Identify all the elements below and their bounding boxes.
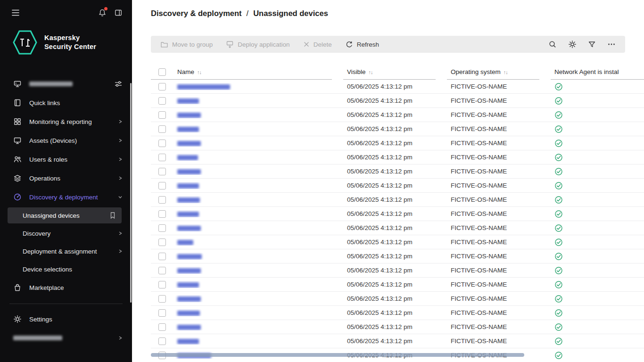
table-row[interactable]: 05/06/2025 4:13:12 pm FICTIVE-OS-NAME <box>151 235 644 249</box>
device-name-link[interactable] <box>177 254 202 259</box>
device-name-link[interactable] <box>177 155 198 160</box>
table-row[interactable]: 05/06/2025 4:13:12 pm FICTIVE-OS-NAME <box>151 136 644 150</box>
device-name-link[interactable] <box>177 212 199 217</box>
move-to-group-button[interactable]: Move to group <box>154 36 219 53</box>
app-title: Kaspersky Security Center <box>44 33 96 51</box>
bookmark-icon[interactable] <box>109 212 116 219</box>
agent-cell <box>551 295 644 303</box>
row-checkbox[interactable] <box>158 168 166 175</box>
select-all-checkbox[interactable] <box>158 68 166 76</box>
sidebar-item-quick-links[interactable]: Quick links <box>0 93 132 112</box>
table-row[interactable]: 05/06/2025 4:13:12 pm FICTIVE-OS-NAME <box>151 80 644 94</box>
device-name-link[interactable] <box>177 127 199 132</box>
sidebar-item-assets-devices[interactable]: Assets (Devices) <box>0 131 132 150</box>
column-header-operating-system[interactable]: Operating system ↑↓ <box>447 65 539 80</box>
table-settings-button[interactable] <box>568 40 577 49</box>
device-name-link[interactable] <box>177 99 199 104</box>
server-settings-icon[interactable] <box>114 80 123 88</box>
table-row[interactable]: 05/06/2025 4:13:12 pm FICTIVE-OS-NAME <box>151 122 644 136</box>
table-row[interactable]: 05/06/2025 4:13:12 pm FICTIVE-OS-NAME <box>151 179 644 193</box>
row-checkbox[interactable] <box>158 196 166 204</box>
row-checkbox[interactable] <box>158 295 166 303</box>
table-row[interactable]: 05/06/2025 4:13:12 pm FICTIVE-OS-NAME <box>151 263 644 278</box>
row-checkbox[interactable] <box>158 239 166 246</box>
device-name-link[interactable] <box>177 141 201 146</box>
hamburger-menu-button[interactable] <box>11 9 20 16</box>
search-button[interactable] <box>548 40 557 49</box>
row-checkbox[interactable] <box>158 281 166 288</box>
os-cell: FICTIVE-OS-NAME <box>447 224 551 231</box>
device-name-link[interactable] <box>177 183 199 189</box>
side-panel-button[interactable] <box>114 8 123 17</box>
column-header-network-agent[interactable]: Network Agent is instal <box>551 65 644 80</box>
device-name-link[interactable] <box>177 84 230 90</box>
sidebar-item-monitoring-reporting[interactable]: Monitoring & reporting <box>0 112 132 131</box>
row-checkbox[interactable] <box>158 97 166 105</box>
table-row[interactable]: 05/06/2025 4:13:12 pm FICTIVE-OS-NAME <box>151 150 644 165</box>
refresh-button[interactable]: Refresh <box>339 36 386 53</box>
sidebar-subitem-discovery[interactable]: Discovery <box>0 224 132 242</box>
device-name-link[interactable] <box>177 282 199 288</box>
row-checkbox[interactable] <box>158 154 166 161</box>
device-name-link[interactable] <box>177 325 201 330</box>
delete-button[interactable]: Delete <box>297 36 339 53</box>
filter-button[interactable] <box>588 41 596 49</box>
notifications-button[interactable] <box>98 8 107 17</box>
row-checkbox[interactable] <box>158 140 166 147</box>
table-row[interactable]: 05/06/2025 4:13:12 pm FICTIVE-OS-NAME <box>151 94 644 108</box>
row-checkbox[interactable] <box>158 125 166 133</box>
more-options-button[interactable] <box>607 40 616 49</box>
sidebar-item-operations[interactable]: Operations <box>0 169 132 188</box>
column-header-name[interactable]: Name ↑↓ <box>173 65 332 80</box>
breadcrumb-parent[interactable]: Discovery & deployment <box>151 9 242 18</box>
row-checkbox[interactable] <box>158 182 166 189</box>
row-checkbox-cell <box>151 239 173 246</box>
sort-icon[interactable]: ↑↓ <box>504 69 508 75</box>
table-row[interactable]: 05/06/2025 4:13:12 pm FICTIVE-OS-NAME <box>151 165 644 179</box>
sidebar-subitem-device-selections[interactable]: Device selections <box>0 260 132 278</box>
row-checkbox[interactable] <box>158 267 166 274</box>
device-name-link[interactable] <box>177 296 201 302</box>
sidebar-item-server[interactable] <box>0 74 132 93</box>
table-row[interactable]: 05/06/2025 4:13:12 pm FICTIVE-OS-NAME <box>151 249 644 263</box>
device-name-link[interactable] <box>177 226 201 231</box>
table-row[interactable]: 05/06/2025 4:13:12 pm FICTIVE-OS-NAME <box>151 278 644 292</box>
row-checkbox[interactable] <box>158 337 166 345</box>
row-checkbox[interactable] <box>158 253 166 260</box>
move-to-group-icon <box>160 41 168 49</box>
device-name-link[interactable] <box>177 268 201 273</box>
device-name-link[interactable] <box>177 311 200 316</box>
table-row[interactable]: 05/06/2025 4:13:12 pm FICTIVE-OS-NAME <box>151 221 644 235</box>
device-name-link[interactable] <box>177 169 201 174</box>
horizontal-scrollbar[interactable] <box>151 353 524 357</box>
sidebar-scrollbar[interactable] <box>130 83 132 303</box>
sidebar-subitem-unassigned-devices[interactable]: Unassigned devices <box>8 207 122 223</box>
row-checkbox[interactable] <box>158 83 166 90</box>
sidebar-item-discovery-deployment[interactable]: Discovery & deployment <box>0 188 132 206</box>
column-header-visible[interactable]: Visible ↑↓ <box>343 65 436 80</box>
table-row[interactable]: 05/06/2025 4:13:12 pm FICTIVE-OS-NAME <box>151 207 644 221</box>
sidebar-subitem-deployment-assignment[interactable]: Deployment & assignment <box>0 242 132 260</box>
row-checkbox[interactable] <box>158 323 166 331</box>
sidebar-item-users-roles[interactable]: Users & roles <box>0 150 132 169</box>
table-row[interactable]: 05/06/2025 4:13:12 pm FICTIVE-OS-NAME <box>151 306 644 320</box>
table-row[interactable]: 05/06/2025 4:13:12 pm FICTIVE-OS-NAME <box>151 193 644 207</box>
table-row[interactable]: 05/06/2025 4:13:12 pm FICTIVE-OS-NAME <box>151 334 644 348</box>
device-name-link[interactable] <box>177 113 201 118</box>
deploy-application-button[interactable]: Deploy application <box>219 36 296 53</box>
device-name-link[interactable] <box>177 197 200 203</box>
sidebar-item-settings[interactable]: Settings <box>0 310 132 329</box>
row-checkbox[interactable] <box>158 224 166 232</box>
table-row[interactable]: 05/06/2025 4:13:12 pm FICTIVE-OS-NAME <box>151 108 644 122</box>
sidebar-item-user-account[interactable] <box>0 329 132 347</box>
device-name-link[interactable] <box>177 240 193 245</box>
row-checkbox[interactable] <box>158 111 166 119</box>
row-checkbox[interactable] <box>158 309 166 317</box>
table-row[interactable]: 05/06/2025 4:13:12 pm FICTIVE-OS-NAME <box>151 292 644 306</box>
sort-icon[interactable]: ↑↓ <box>369 69 373 75</box>
device-name-link[interactable] <box>177 339 199 344</box>
row-checkbox[interactable] <box>158 210 166 218</box>
table-row[interactable]: 05/06/2025 4:13:12 pm FICTIVE-OS-NAME <box>151 320 644 334</box>
sidebar-item-marketplace[interactable]: Marketplace <box>0 278 132 297</box>
sort-icon[interactable]: ↑↓ <box>197 69 201 75</box>
